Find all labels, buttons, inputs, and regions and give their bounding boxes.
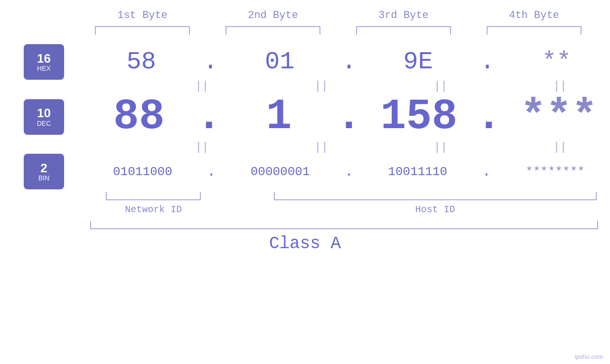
equals-row-1: || || || || <box>0 80 610 93</box>
dot-bin-3: . <box>482 164 491 180</box>
hex-val-2: 01 <box>232 48 327 76</box>
bottom-brackets <box>90 192 610 200</box>
class-label: Class A <box>0 234 610 253</box>
hex-val-1: 58 <box>94 48 189 76</box>
byte-labels-row: 1st Byte 2nd Byte 3rd Byte 4th Byte <box>77 9 600 21</box>
dec-row: 10 DEC 88 . 1 . 158 . *** <box>0 93 610 141</box>
dot-hex-1: . <box>203 48 218 76</box>
bin-val-1: 01011000 <box>95 165 190 179</box>
bin-badge-number: 2 <box>40 161 47 175</box>
network-id-label: Network ID <box>106 204 201 215</box>
eq-2-3: || <box>393 141 488 154</box>
dec-val-2: 1 <box>232 93 327 141</box>
byte-label-4: 4th Byte <box>477 9 591 21</box>
bin-val-4: ******** <box>508 165 603 179</box>
hex-badge: 16 HEX <box>24 44 64 80</box>
dec-badge-number: 10 <box>37 106 51 120</box>
dot-hex-2: . <box>341 48 356 76</box>
dec-val-4: *** <box>511 93 606 141</box>
bin-badge: 2 BIN <box>24 154 64 189</box>
dot-bin-1: . <box>207 164 216 180</box>
watermark: ipshu.com <box>575 353 603 360</box>
byte-label-2: 2nd Byte <box>216 9 330 21</box>
bin-val-3: 10011110 <box>370 165 465 179</box>
hex-badge-label: HEX <box>37 65 51 72</box>
bracket-host <box>274 192 597 200</box>
top-brackets <box>77 26 600 35</box>
dec-badge-label: DEC <box>37 120 51 127</box>
bracket-network <box>106 192 201 200</box>
dec-val-3: 158 <box>371 93 466 141</box>
bin-badge-label: BIN <box>38 175 49 182</box>
eq-1-3: || <box>393 80 488 93</box>
dot-dec-1: . <box>196 93 222 141</box>
hex-val-4: ** <box>509 48 604 76</box>
dot-hex-3: . <box>480 48 495 76</box>
equals-row-2: || || || || <box>0 141 610 154</box>
host-id-label: Host ID <box>274 204 597 215</box>
eq-values-2: || || || || <box>152 141 610 154</box>
eq-1-2: || <box>274 80 369 93</box>
bin-val-2: 00000001 <box>233 165 328 179</box>
dot-bin-2: . <box>345 164 353 180</box>
byte-label-3: 3rd Byte <box>347 9 460 21</box>
eq-2-2: || <box>274 141 369 154</box>
eq-2-1: || <box>154 141 249 154</box>
eq-1-4: || <box>513 80 608 93</box>
bin-row: 2 BIN 01011000 . 00000001 . 10011110 . *… <box>0 154 610 189</box>
eq-1-1: || <box>154 80 249 93</box>
dot-dec-2: . <box>336 93 362 141</box>
hex-values: 58 . 01 . 9E . ** <box>88 48 610 76</box>
hex-row: 16 HEX 58 . 01 . 9E . ** <box>0 39 610 80</box>
big-bracket <box>90 221 598 229</box>
id-labels: Network ID Host ID <box>90 204 610 215</box>
bracket-top-4 <box>487 26 582 35</box>
bracket-top-3 <box>356 26 451 35</box>
dec-values: 88 . 1 . 158 . *** <box>88 93 610 141</box>
bracket-top-1 <box>95 26 190 35</box>
dot-dec-3: . <box>476 93 502 141</box>
bottom-section: Network ID Host ID Class A <box>0 192 610 256</box>
byte-label-1: 1st Byte <box>85 9 199 21</box>
hex-badge-number: 16 <box>37 52 51 65</box>
eq-values-1: || || || || <box>152 80 610 93</box>
dec-badge: 10 DEC <box>24 99 64 135</box>
bracket-top-2 <box>225 26 320 35</box>
main-container: 1st Byte 2nd Byte 3rd Byte 4th Byte 16 H… <box>0 0 610 364</box>
bin-values: 01011000 . 00000001 . 10011110 . *******… <box>88 164 610 180</box>
hex-val-3: 9E <box>371 48 466 76</box>
dec-val-1: 88 <box>92 93 187 141</box>
eq-2-4: || <box>513 141 608 154</box>
